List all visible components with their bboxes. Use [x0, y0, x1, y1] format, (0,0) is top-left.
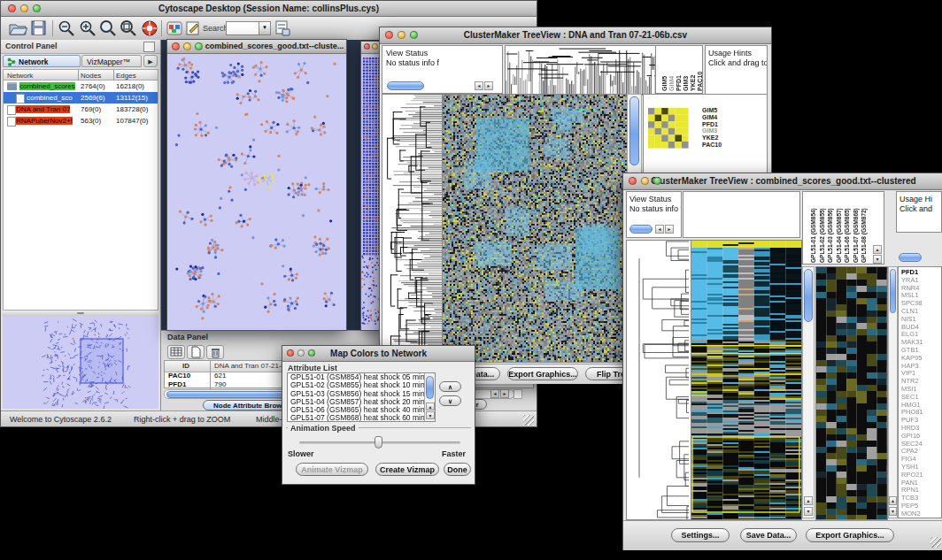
attribute-item[interactable]: GPL51-07 (GSM868) heat shock 60 min	[288, 414, 435, 422]
export-graphics-button[interactable]: Export Graphics...	[507, 367, 578, 380]
comb-column-dendrogram-area[interactable]	[683, 191, 800, 238]
help-lifesaver-icon[interactable]	[141, 19, 158, 37]
open-file-icon[interactable]	[8, 19, 27, 37]
network-table-row[interactable]: combined_sco2569(6)13112(15)	[4, 92, 158, 104]
export-graphics-button[interactable]: Export Graphics...	[806, 528, 894, 542]
dna-status-scroll-right-icon[interactable]: ▸	[484, 81, 493, 90]
comb-vscroll-thumb[interactable]	[804, 269, 813, 322]
zoom-selected-icon[interactable]	[99, 19, 119, 37]
dna-row-label[interactable]: GIM5	[702, 107, 737, 114]
dna-vscroll-thumb[interactable]	[629, 96, 639, 165]
comb-scroll2-down-icon[interactable]: ▾	[889, 507, 897, 516]
zoom-window-icon[interactable]	[33, 4, 41, 12]
comb-status-scroll-right-icon[interactable]: ▸	[665, 225, 674, 234]
close-icon[interactable]	[172, 42, 180, 50]
dna-row-label[interactable]: GIM4	[702, 114, 737, 121]
dna-row-label[interactable]: YKE2	[702, 134, 737, 142]
col-header-nodes[interactable]: Nodes	[81, 72, 101, 80]
comb-col-label[interactable]: GPL51-07 (GSM868)	[853, 208, 859, 263]
comb-col-label[interactable]: GPL51-01 (GSM854)	[810, 208, 816, 263]
float-panel-icon[interactable]	[143, 42, 155, 52]
search-dropdown-icon[interactable]: ▼	[259, 21, 271, 35]
minimize-icon[interactable]	[372, 43, 378, 50]
network-table-row[interactable]: DNA and Tran 07769(0)183728(0)	[4, 104, 158, 115]
table-settings-icon[interactable]	[167, 345, 185, 359]
close-icon[interactable]	[287, 349, 294, 357]
gene-label[interactable]: MON2	[901, 510, 941, 518]
comb-zoom-heatmap[interactable]	[815, 266, 888, 520]
comb-scroll-down-icon[interactable]: ▾	[804, 507, 813, 516]
minimize-icon[interactable]	[183, 42, 191, 50]
dna-row-label[interactable]: PAC10	[702, 142, 737, 149]
comb-status-scroll-left-icon[interactable]: ◂	[655, 225, 664, 234]
attr-scroll-down-icon[interactable]: ▾	[426, 411, 435, 419]
zoom-window-icon[interactable]	[653, 177, 661, 185]
main-titlebar[interactable]: Cytoscape Desktop (Session Name: collins…	[1, 1, 537, 17]
comb-vscroll2-track[interactable]: ▴ ▾	[888, 266, 898, 518]
move-up-button[interactable]: ∧	[439, 381, 461, 392]
save-data-button[interactable]: Save Data...	[740, 528, 797, 542]
close-icon[interactable]	[364, 43, 370, 50]
dna-col-label[interactable]: GIM3	[683, 76, 689, 91]
network-table-row[interactable]: combined_scores2764(0)16218(0)	[4, 81, 158, 92]
done-button[interactable]: Done	[444, 463, 471, 476]
new-attribute-icon[interactable]	[187, 345, 205, 359]
attr-scroll-track[interactable]: ▴ ▾	[424, 373, 435, 421]
zoom-window-icon[interactable]	[308, 349, 315, 357]
comb-collabel-up-icon[interactable]: ▴	[873, 245, 882, 254]
dna-heatmap[interactable]	[442, 94, 628, 363]
zoom-window-icon[interactable]	[195, 42, 203, 50]
tab-overflow-button[interactable]: ▶	[143, 55, 158, 67]
move-down-button[interactable]: ∨	[439, 395, 461, 406]
attr-scroll-up-icon[interactable]: ▴	[426, 403, 435, 410]
create-vizmap-button[interactable]: Create Vizmap	[375, 463, 439, 476]
comb-col-label[interactable]: GPL51-04 (GSM857)	[836, 208, 842, 263]
comb-col-label[interactable]: GPL51-08 (GSM872)	[861, 208, 867, 263]
resize-grip[interactable]	[930, 537, 941, 548]
speed-slider-thumb[interactable]	[374, 436, 382, 449]
dna-col-label[interactable]: GIM4	[668, 76, 675, 91]
delete-attribute-icon[interactable]	[206, 345, 224, 359]
dp-scroll-left-icon[interactable]: ◂	[490, 389, 499, 398]
dp-scroll-right-icon[interactable]: ▸	[500, 389, 509, 398]
dp-col-attr[interactable]: DNA and Tran 07-21-06(	[214, 362, 291, 370]
tab-vizmapper[interactable]: VizMapper™	[81, 55, 142, 67]
dna-column-dendrogram[interactable]	[505, 45, 656, 96]
network-view-a-canvas[interactable]	[167, 54, 344, 329]
close-icon[interactable]	[385, 31, 393, 39]
vizmap-nodes-icon[interactable]	[166, 19, 183, 37]
comb-usage-scroll-thumb[interactable]	[899, 253, 922, 262]
comb-col-label[interactable]: GPL51-02 (GSM855)	[819, 208, 825, 263]
search-input[interactable]	[226, 21, 263, 35]
zoom-fit-icon[interactable]	[120, 19, 139, 37]
dna-col-label[interactable]: GIM5	[661, 76, 668, 91]
col-header-network[interactable]: Network	[7, 72, 33, 80]
annotation-icon[interactable]	[184, 19, 202, 37]
minimize-icon[interactable]	[641, 177, 649, 185]
network-overview-thumbnail[interactable]	[3, 316, 158, 409]
zoom-in-icon[interactable]	[79, 19, 98, 37]
zoom-out-icon[interactable]	[58, 19, 77, 37]
dna-col-label[interactable]: PAC10	[697, 72, 703, 91]
network-table-row[interactable]: RNAPuberNov2+!563(0)107847(0)	[4, 115, 158, 127]
dna-row-label[interactable]: PFD1	[702, 121, 737, 128]
import-table-icon[interactable]	[274, 19, 291, 37]
tab-network[interactable]: Network	[3, 55, 81, 67]
dna-col-label[interactable]: PFD1	[676, 75, 682, 91]
comb-col-label[interactable]: GPL51-03 (GSM856)	[827, 208, 833, 263]
comb-scroll-up-icon[interactable]: ▴	[804, 496, 813, 505]
save-icon[interactable]	[30, 19, 48, 37]
dna-status-scroll-thumb[interactable]	[387, 81, 424, 90]
resize-grip[interactable]	[523, 415, 534, 426]
dna-zoom-matrix[interactable]	[648, 108, 689, 149]
comb-scroll2-up-icon[interactable]: ▴	[889, 496, 897, 505]
comb-row-dendrogram[interactable]	[626, 240, 691, 520]
dna-col-label[interactable]: YKE2	[690, 75, 696, 91]
minimize-icon[interactable]	[20, 4, 28, 12]
minimize-icon[interactable]	[398, 31, 405, 39]
close-icon[interactable]	[629, 177, 637, 185]
comb-status-scroll-thumb[interactable]	[629, 225, 652, 234]
zoom-window-icon[interactable]	[410, 31, 418, 39]
dna-row-label[interactable]: GIM3	[702, 127, 737, 134]
dna-row-dendrogram[interactable]	[382, 94, 443, 363]
